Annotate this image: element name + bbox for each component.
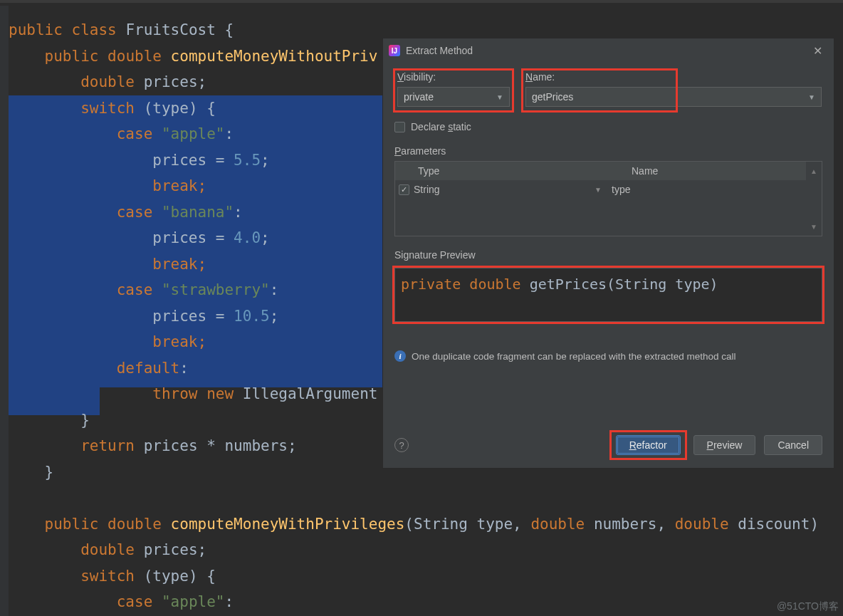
visibility-combo[interactable]: private ▼ [397, 87, 510, 107]
parameters-header: Type Name [395, 162, 806, 180]
chevron-down-icon: ▼ [496, 93, 503, 101]
signature-preview: private double getPrices(String type) [394, 268, 822, 322]
extract-method-dialog: IJ Extract Method ✕ Visibility: private … [382, 38, 834, 469]
col-type: Type [412, 165, 626, 177]
visibility-value: private [404, 91, 434, 103]
param-type: String [414, 184, 440, 195]
param-name: type [609, 184, 806, 195]
close-icon[interactable]: ✕ [807, 40, 828, 61]
visibility-label: Visibility: [397, 71, 510, 83]
chevron-down-icon: ▼ [595, 186, 602, 194]
editor-gutter [0, 6, 9, 616]
name-input[interactable]: getPrices ▼ [525, 87, 822, 107]
declare-static-label: Declare static [411, 121, 471, 132]
table-row[interactable]: String ▼ type [395, 180, 806, 199]
help-icon[interactable]: ? [394, 438, 409, 452]
name-label: Name: [525, 71, 674, 83]
name-value: getPrices [532, 91, 573, 103]
declare-static-checkbox[interactable]: Declare static [394, 121, 822, 132]
preview-button[interactable]: Preview [693, 435, 756, 455]
dialog-title: Extract Method [406, 45, 473, 56]
cancel-button[interactable]: Cancel [764, 435, 822, 455]
info-text: One duplicate code fragment can be repla… [412, 351, 736, 362]
app-icon: IJ [389, 45, 400, 56]
col-name: Name [626, 165, 806, 177]
chevron-down-icon: ▼ [808, 93, 815, 101]
move-up-icon[interactable]: ▲ [806, 162, 822, 180]
checkbox-icon [394, 122, 405, 132]
dialog-footer: ? Refactor Preview Cancel [383, 424, 834, 468]
move-down-icon[interactable]: ▼ [806, 217, 822, 236]
highlight-box: Refactor [612, 432, 685, 458]
info-row: i One duplicate code fragment can be rep… [394, 350, 822, 362]
param-enabled-checkbox[interactable] [399, 184, 409, 195]
dialog-titlebar[interactable]: IJ Extract Method ✕ [383, 38, 834, 63]
signature-preview-label: Signature Preview [394, 249, 822, 261]
parameters-table[interactable]: Type Name String ▼ type ▲ [394, 161, 822, 236]
watermark: @51CTO博客 [777, 600, 839, 613]
parameters-label: Parameters [394, 145, 822, 157]
refactor-button[interactable]: Refactor [616, 435, 681, 455]
info-icon: i [394, 350, 406, 362]
